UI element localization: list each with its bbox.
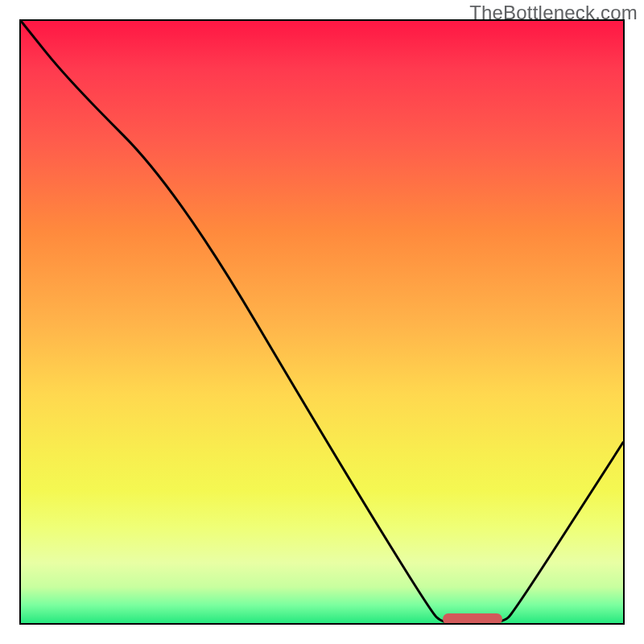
chart-stage: TheBottleneck.com bbox=[0, 0, 644, 644]
watermark-text: TheBottleneck.com bbox=[469, 2, 638, 24]
bottleneck-curve bbox=[21, 21, 623, 623]
target-marker bbox=[443, 613, 503, 625]
plot-area bbox=[19, 19, 625, 625]
